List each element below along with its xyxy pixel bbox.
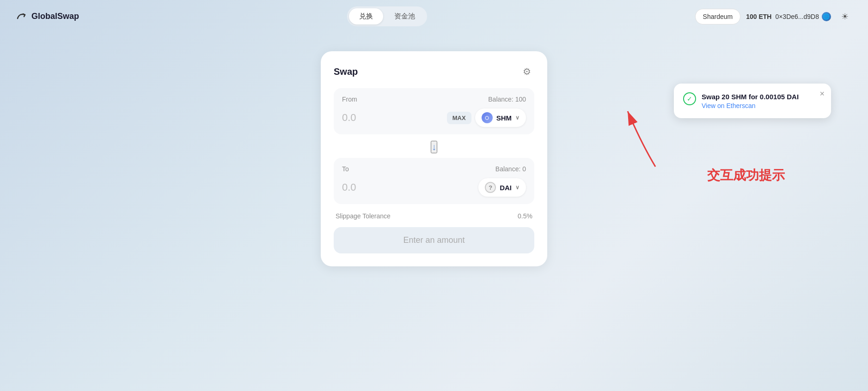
swap-card: Swap ⚙ From Balance: 100 MAX SHM ∨ bbox=[321, 51, 547, 266]
toast-close-button[interactable]: × bbox=[819, 89, 825, 99]
tab-pool[interactable]: 资金池 bbox=[384, 8, 425, 24]
etherscan-link[interactable]: View on Etherscan bbox=[702, 102, 755, 109]
annotation-arrow bbox=[614, 97, 669, 173]
to-token-button[interactable]: ? DAI ∨ bbox=[478, 178, 526, 197]
logo-icon bbox=[15, 10, 28, 23]
global-settings-button[interactable]: ☀ bbox=[837, 8, 853, 25]
to-input-row: ? DAI ∨ bbox=[342, 178, 526, 197]
toast-header: ✓ Swap 20 SHM for 0.00105 DAI View on Et… bbox=[683, 92, 822, 110]
swap-card-header: Swap ⚙ bbox=[334, 64, 534, 79]
swap-title: Swap bbox=[334, 66, 358, 77]
swap-arrow-container: ↓ bbox=[334, 136, 534, 158]
max-button[interactable]: MAX bbox=[447, 112, 471, 124]
to-token-selector: ? DAI ∨ bbox=[478, 178, 526, 197]
nav-tabs: 兑换 资金池 bbox=[347, 6, 427, 26]
network-badge[interactable]: Shardeum bbox=[695, 9, 741, 24]
gear-icon: ⚙ bbox=[523, 66, 531, 77]
check-icon: ✓ bbox=[683, 92, 696, 105]
to-label: To bbox=[342, 165, 349, 173]
header: GlobalSwap 兑换 资金池 Shardeum 100 ETH 0×3De… bbox=[0, 0, 868, 33]
from-token-button[interactable]: SHM ∨ bbox=[475, 108, 526, 127]
to-section: To Balance: 0 ? DAI ∨ bbox=[334, 158, 534, 204]
to-token-chevron: ∨ bbox=[515, 184, 520, 191]
address-text: 0×3De6...d9D8 bbox=[775, 13, 819, 20]
toast-title: Swap 20 SHM for 0.00105 DAI bbox=[702, 92, 822, 102]
slippage-label: Slippage Tolerance bbox=[336, 212, 391, 220]
to-token-name: DAI bbox=[500, 184, 512, 192]
sun-icon: ☀ bbox=[841, 12, 849, 22]
to-section-header: To Balance: 0 bbox=[342, 165, 526, 173]
logo-text: GlobalSwap bbox=[31, 12, 79, 21]
main-area: Swap ⚙ From Balance: 100 MAX SHM ∨ bbox=[0, 33, 868, 266]
arrow-svg bbox=[614, 97, 669, 171]
from-token-name: SHM bbox=[496, 114, 512, 122]
from-balance: Balance: 100 bbox=[488, 96, 526, 103]
header-right: Shardeum 100 ETH 0×3De6...d9D8 🌐 ☀ bbox=[695, 8, 853, 25]
from-label: From bbox=[342, 96, 357, 103]
logo: GlobalSwap bbox=[15, 10, 79, 23]
from-amount-input[interactable] bbox=[342, 112, 434, 124]
earth-icon: 🌐 bbox=[822, 12, 831, 21]
from-token-selector: MAX SHM ∨ bbox=[447, 108, 526, 127]
wallet-address[interactable]: 0×3De6...d9D8 🌐 bbox=[775, 12, 831, 21]
tab-swap[interactable]: 兑换 bbox=[349, 8, 383, 24]
toast-text: Swap 20 SHM for 0.00105 DAI View on Ethe… bbox=[702, 92, 822, 110]
notification-toast: ✓ Swap 20 SHM for 0.00105 DAI View on Et… bbox=[674, 84, 831, 118]
from-token-chevron: ∨ bbox=[515, 114, 520, 121]
to-amount-input[interactable] bbox=[342, 181, 434, 193]
slippage-value: 0.5% bbox=[518, 212, 532, 220]
from-input-row: MAX SHM ∨ bbox=[342, 108, 526, 127]
annotation-text: 交互成功提示 bbox=[707, 167, 785, 184]
from-section-header: From Balance: 100 bbox=[342, 96, 526, 103]
wallet-info: 100 ETH 0×3De6...d9D8 🌐 bbox=[746, 12, 831, 21]
swap-direction-button[interactable]: ↓ bbox=[431, 141, 437, 153]
slippage-row: Slippage Tolerance 0.5% bbox=[334, 206, 534, 223]
to-balance: Balance: 0 bbox=[495, 165, 526, 173]
from-section: From Balance: 100 MAX SHM ∨ bbox=[334, 88, 534, 134]
enter-amount-button[interactable]: Enter an amount bbox=[334, 227, 534, 253]
dai-token-icon: ? bbox=[485, 182, 496, 193]
eth-token-icon bbox=[482, 112, 493, 123]
card-settings-button[interactable]: ⚙ bbox=[520, 64, 534, 79]
eth-amount: 100 ETH bbox=[746, 13, 771, 20]
